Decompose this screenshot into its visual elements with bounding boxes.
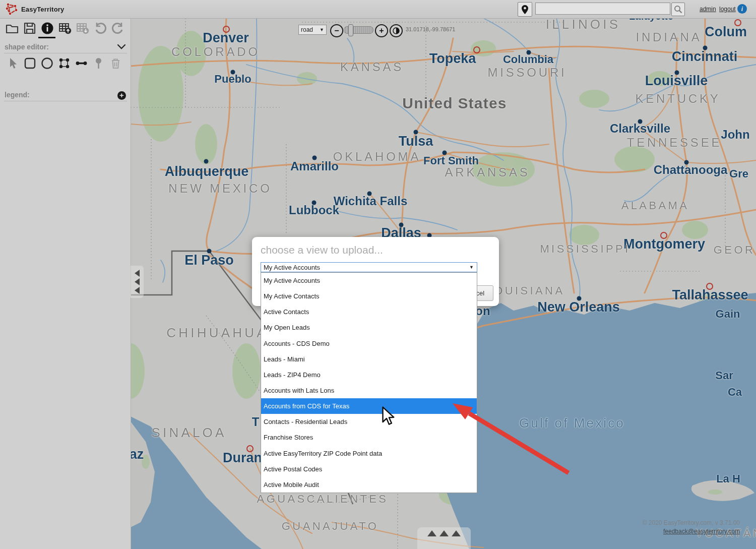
divider	[4, 53, 127, 53]
map-attribution: © 2020 EasyTerritory.com, v 3.71.00 feed…	[643, 519, 740, 535]
download-table-button[interactable]	[76, 21, 90, 35]
legend-label: legend:	[5, 91, 30, 99]
dropdown-option[interactable]: Franchise Stores	[261, 430, 477, 445]
city-marker	[414, 130, 418, 135]
map-label: Sar	[715, 369, 733, 382]
map-style-select[interactable]: road ▼	[298, 25, 327, 35]
collapse-left-icon	[135, 287, 140, 294]
table-download-icon	[77, 24, 89, 34]
map-label: Louisville	[645, 73, 708, 89]
line-segment-icon	[76, 62, 87, 65]
logout-link[interactable]: logout	[719, 6, 736, 13]
view-select-value: My Active Accounts	[264, 264, 320, 271]
map-label: Albuquerque	[165, 164, 249, 179]
dropdown-option[interactable]: Contacts - Residential Leads	[261, 414, 477, 430]
save-icon	[25, 23, 35, 33]
view-select[interactable]: My Active Accounts ▼	[261, 262, 477, 272]
polygon-tool[interactable]	[57, 56, 71, 70]
dialog-title: choose a view to upload...	[261, 244, 383, 256]
cursor-coordinates: 31.01718,-99.78671	[406, 26, 455, 32]
select-shape-tool[interactable]	[6, 56, 20, 70]
search-icon	[674, 5, 682, 14]
feedback-link[interactable]: feedback@easyterritory.com	[663, 528, 740, 535]
city-marker	[675, 71, 679, 75]
circle-tool[interactable]	[40, 56, 54, 70]
search-input[interactable]	[535, 3, 670, 15]
info-tool-button[interactable]	[40, 21, 54, 35]
map-label: Topeka	[429, 51, 476, 67]
dropdown-option[interactable]: Leads - ZIP4 Demo	[261, 367, 477, 383]
brand-name: EasyTerritory	[21, 6, 64, 13]
admin-link[interactable]: admin	[700, 6, 716, 13]
redo-icon	[112, 23, 122, 33]
dropdown-option[interactable]: Active Contacts	[261, 304, 477, 320]
map-label: SINALOA	[151, 425, 226, 441]
search-button[interactable]	[671, 3, 685, 16]
map-label: GEOR	[714, 243, 755, 257]
chevron-down-icon[interactable]	[117, 44, 125, 49]
locate-button[interactable]	[518, 2, 532, 17]
dropdown-option[interactable]: My Active Contacts	[261, 288, 477, 304]
shape-editor-label: shape editor:	[5, 43, 49, 51]
zoom-in-button[interactable]: +	[375, 24, 388, 37]
open-project-button[interactable]	[5, 21, 19, 35]
save-project-button[interactable]	[23, 21, 37, 35]
redo-button[interactable]	[111, 21, 125, 35]
zoom-slider[interactable]	[344, 26, 373, 34]
contrast-toggle-button[interactable]	[390, 24, 403, 37]
undo-icon	[96, 23, 106, 33]
delete-shape-tool[interactable]	[109, 56, 122, 70]
map-label: COLORADO	[171, 45, 260, 59]
dropdown-option[interactable]: Active Mobile Audit	[261, 477, 477, 493]
sidebar-collapse-control[interactable]	[131, 266, 144, 298]
upload-table-button[interactable]	[58, 21, 72, 35]
city-marker	[577, 296, 582, 301]
dropdown-option[interactable]: Active EasyTerritory ZIP Code Point data	[261, 446, 477, 461]
dropdown-option[interactable]: My Open Leads	[261, 320, 477, 335]
map-label: Gulf of Mexico	[519, 415, 625, 431]
dropdown-option[interactable]: Accounts from CDS for Texas	[261, 398, 477, 414]
map-label: John	[721, 128, 749, 142]
map-label: az	[131, 447, 144, 462]
map-label: Gain	[716, 308, 740, 321]
map-label: New Orleans	[537, 299, 620, 315]
capital-marker	[473, 46, 480, 53]
zoom-out-button[interactable]: −	[330, 24, 343, 37]
bottom-panel-collapse-control[interactable]	[417, 527, 471, 549]
city-marker	[443, 151, 447, 155]
view-select-dropdown: My Active AccountsMy Active ContactsActi…	[261, 272, 477, 493]
map-label: MISSISSIPPI	[540, 242, 630, 256]
pin-tool[interactable]	[92, 56, 105, 70]
collapse-left-icon	[135, 270, 140, 277]
city-marker	[231, 70, 235, 75]
folder-icon	[7, 25, 18, 33]
zoom-slider-handle[interactable]	[348, 24, 353, 36]
map-label: Pueblo	[214, 73, 251, 86]
dropdown-option[interactable]: Accounts with Lats Lons	[261, 383, 477, 398]
map-label: AGUASCALIENTES	[257, 493, 389, 506]
city-marker	[207, 249, 212, 254]
map-label: Gre	[729, 167, 748, 180]
info-icon[interactable]: i	[737, 4, 747, 14]
dropdown-option[interactable]: Active Postal Codes	[261, 461, 477, 477]
capital-marker	[734, 19, 741, 26]
circle-icon	[42, 58, 52, 69]
map-label: GUANAJUATO	[282, 520, 379, 533]
map-label: Wichita Falls	[334, 194, 407, 208]
rectangle-tool[interactable]	[23, 56, 37, 70]
map-label: TENNESSEE	[627, 136, 722, 150]
dropdown-option[interactable]: Leads - Miami	[261, 351, 477, 367]
collapse-up-icon	[452, 530, 461, 536]
city-marker	[312, 156, 317, 160]
divider	[4, 101, 127, 101]
map-label: ALABAMA	[621, 199, 689, 212]
dropdown-option[interactable]: Accounts - CDS Demo	[261, 336, 477, 351]
line-tool[interactable]	[75, 56, 88, 70]
dropdown-option[interactable]: My Active Accounts	[261, 273, 477, 288]
map-label: INDIANA	[636, 30, 702, 44]
undo-button[interactable]	[93, 21, 107, 35]
add-legend-button[interactable]: +	[117, 91, 126, 100]
map-label: ILLINOIS	[546, 18, 621, 32]
collapse-left-icon	[135, 278, 140, 285]
city-marker	[204, 159, 209, 164]
